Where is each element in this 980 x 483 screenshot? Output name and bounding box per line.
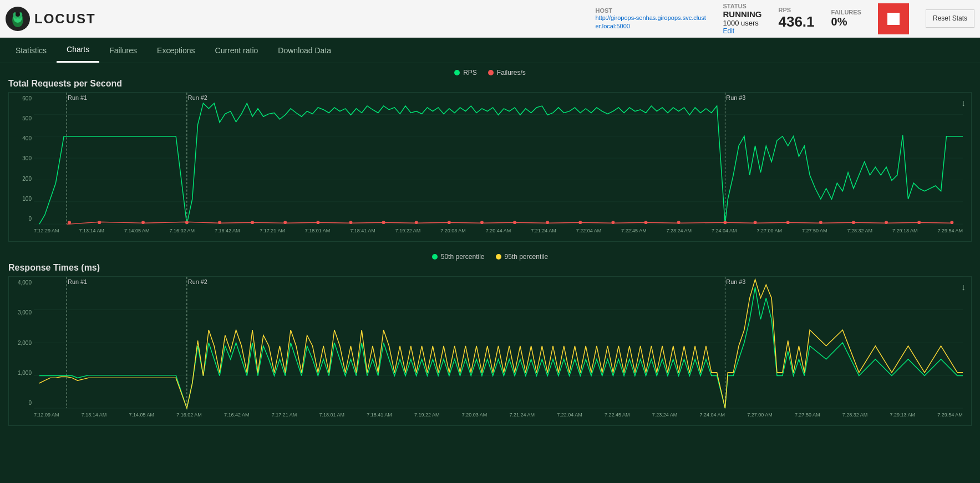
failures-label: FAILURES: [831, 9, 861, 16]
nav-item-current-ratio[interactable]: Current ratio: [205, 38, 268, 63]
svg-point-37: [677, 221, 681, 224]
response-chart-legend: 50th percentile 95th percentile: [8, 253, 972, 261]
p50-legend-label: 50th percentile: [441, 253, 485, 261]
svg-text:Run #1: Run #1: [68, 279, 87, 286]
svg-point-39: [754, 221, 757, 224]
nav-item-statistics[interactable]: Statistics: [6, 38, 57, 63]
users-value: 1000 users: [723, 19, 761, 27]
svg-point-40: [786, 221, 790, 224]
svg-point-5: [16, 12, 20, 17]
response-chart-container: ↓ 4,000 3,000 2,000 1,000 0 Run #1 Run #…: [8, 276, 972, 426]
svg-point-29: [415, 221, 418, 224]
nav: Statistics Charts Failures Exceptions Cu…: [0, 38, 980, 63]
rps-x-labels: 7:12:29 AM 7:13:14 AM 7:14:05 AM 7:16:02…: [34, 226, 963, 241]
logo-text: LOCUST: [34, 11, 96, 27]
nav-item-exceptions[interactable]: Exceptions: [147, 38, 205, 63]
rps-block: RPS 436.1: [778, 7, 814, 30]
svg-point-19: [68, 221, 71, 224]
response-chart-section: 50th percentile 95th percentile Response…: [8, 253, 972, 426]
rps-legend-dot: [454, 70, 460, 75]
logo-area: LOCUST: [6, 7, 116, 31]
failures-block: FAILURES 0%: [831, 9, 861, 28]
svg-point-36: [644, 221, 648, 224]
nav-item-download-data[interactable]: Download Data: [268, 38, 341, 63]
status-label: STATUS: [723, 3, 761, 9]
rps-y-labels: 600 500 400 300 200 100 0: [9, 93, 34, 225]
svg-point-24: [251, 221, 254, 224]
svg-text:Run #3: Run #3: [726, 95, 745, 101]
svg-point-27: [349, 221, 353, 224]
nav-item-failures[interactable]: Failures: [99, 38, 147, 63]
edit-link[interactable]: Edit: [723, 27, 761, 35]
svg-point-45: [950, 221, 953, 224]
main-content: RPS Failures/s Total Requests per Second…: [0, 63, 980, 443]
rps-chart-legend: RPS Failures/s: [8, 69, 972, 77]
rps-chart-svg: Run #1 Run #2 Run #3: [34, 93, 963, 226]
rps-chart-section: RPS Failures/s Total Requests per Second…: [8, 69, 972, 242]
svg-point-33: [546, 221, 549, 224]
nav-item-charts[interactable]: Charts: [57, 38, 99, 63]
svg-point-32: [513, 221, 516, 224]
svg-text:Run #2: Run #2: [188, 95, 207, 101]
svg-point-26: [316, 221, 319, 224]
status-block: STATUS RUNNING 1000 users Edit: [723, 3, 761, 35]
rps-legend-item: RPS: [454, 69, 477, 77]
p50-legend-dot: [432, 254, 438, 260]
rps-label: RPS: [778, 7, 814, 13]
svg-point-42: [852, 221, 855, 224]
svg-point-43: [885, 221, 888, 224]
p95-legend-item: 95th percentile: [496, 253, 549, 261]
svg-point-31: [480, 221, 484, 224]
failures-value: 0%: [831, 16, 861, 28]
rps-chart-container: ↓ 600 500 400 300 200 100 0: [8, 92, 972, 242]
svg-point-21: [141, 221, 145, 224]
locust-logo-icon: [6, 7, 30, 31]
p95-legend-dot: [496, 254, 501, 260]
svg-point-35: [611, 221, 615, 224]
p95-legend-label: 95th percentile: [505, 253, 549, 261]
host-block: HOST http://giropops-senhas.giropops.svc…: [595, 7, 706, 30]
svg-text:Run #1: Run #1: [68, 95, 87, 101]
svg-point-25: [283, 221, 287, 224]
failures-legend-dot: [488, 70, 494, 75]
p50-legend-item: 50th percentile: [432, 253, 485, 261]
svg-point-30: [448, 221, 451, 224]
response-chart-title: Response Times (ms): [8, 263, 972, 273]
svg-text:Run #2: Run #2: [188, 279, 207, 286]
rps-legend-label: RPS: [463, 69, 477, 77]
response-chart-svg: Run #1 Run #2 Run #3: [34, 277, 963, 410]
failures-legend-item: Failures/s: [488, 69, 526, 77]
svg-point-41: [819, 221, 822, 224]
host-link[interactable]: http://giropops-senhas.giropops.svc.clus…: [595, 14, 706, 30]
reset-stats-button[interactable]: Reset Stats: [926, 9, 974, 28]
svg-point-23: [218, 221, 221, 224]
rps-chart-title: Total Requests per Second: [8, 79, 972, 89]
header: LOCUST HOST http://giropops-senhas.girop…: [0, 0, 980, 38]
svg-point-38: [723, 221, 727, 224]
response-y-labels: 4,000 3,000 2,000 1,000 0: [9, 277, 34, 409]
status-value: RUNNING: [723, 9, 761, 19]
svg-point-34: [578, 221, 582, 224]
stop-icon: [887, 13, 900, 25]
stop-button[interactable]: [878, 3, 909, 34]
host-label: HOST: [595, 7, 706, 14]
failures-legend-label: Failures/s: [497, 69, 526, 77]
svg-text:Run #3: Run #3: [726, 279, 745, 286]
header-info: HOST http://giropops-senhas.giropops.svc…: [595, 3, 974, 35]
response-x-labels: 7:12:09 AM 7:13:14 AM 7:14:05 AM 7:16:02…: [34, 410, 963, 425]
rps-value: 436.1: [778, 13, 814, 30]
svg-point-44: [917, 221, 921, 224]
svg-point-20: [98, 221, 101, 224]
svg-point-28: [382, 221, 385, 224]
svg-point-22: [185, 221, 189, 224]
